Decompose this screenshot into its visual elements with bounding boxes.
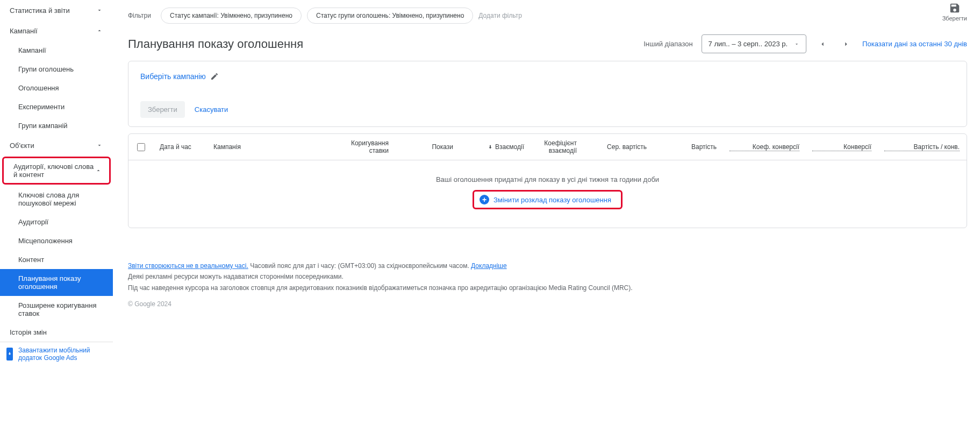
select-campaign[interactable]: Виберіть кампанію (140, 72, 955, 81)
change-schedule-link[interactable]: Змінити розклад показу оголошення (493, 196, 611, 204)
prev-range[interactable] (815, 37, 830, 52)
col-conv-rate[interactable]: Коеф. конверсії (723, 138, 806, 157)
chevron-up-icon (95, 26, 104, 36)
cancel-button[interactable]: Скасувати (195, 105, 228, 114)
footer-line2: Деякі рекламні ресурси можуть надаватися… (128, 271, 967, 282)
save-button: Зберегти (140, 101, 185, 118)
filter-chip-campaign-status[interactable]: Статус кампанії: Увімкнено, призупинено (161, 8, 302, 24)
col-cost-per-conv[interactable]: Вартість / конв. (878, 138, 966, 157)
filters-row: Фільтри Статус кампанії: Увімкнено, приз… (128, 0, 967, 34)
footer-line3: Під час наведення курсора на заголовок с… (128, 282, 967, 293)
footer: Звіти створюються не в реальному часі. Ч… (128, 260, 967, 310)
date-range-picker[interactable]: 7 лип.. – 3 серп.. 2023 р. (702, 34, 806, 53)
sidebar-sub-content[interactable]: Контент (0, 250, 113, 269)
col-avg-cost[interactable]: Сер. вартість (583, 138, 653, 156)
chevron-down-icon (95, 5, 104, 15)
realtime-note-link[interactable]: Звіти створюються не в реальному часі. (128, 262, 248, 270)
sidebar-item-stats[interactable]: Статистика й звіти (0, 0, 113, 20)
page-title: Планування показу оголошення (128, 37, 303, 51)
sidebar-label: Аудиторії, ключові слова й контент (13, 162, 94, 179)
sidebar-sub-audiences[interactable]: Аудиторії (0, 213, 113, 231)
sidebar-item-audiences-kw-highlight: Аудиторії, ключові слова й контент (2, 157, 111, 185)
sidebar-label: Статистика й звіти (10, 6, 70, 15)
col-cost[interactable]: Вартість (653, 138, 723, 156)
arrow-down-icon (488, 144, 493, 150)
chevron-down-icon (95, 140, 104, 150)
sidebar-sub-ads[interactable]: Оголошення (0, 79, 113, 97)
sidebar-sub-campaigns[interactable]: Кампанії (0, 41, 113, 60)
sidebar-label: Історія змін (10, 328, 47, 336)
sidebar-sub-search-kw[interactable]: Ключові слова для пошукової мережі (0, 186, 113, 213)
main-content: Фільтри Статус кампанії: Увімкнено, приз… (113, 0, 980, 431)
sidebar-item-audiences-kw[interactable]: Аудиторії, ключові слова й контент (13, 162, 103, 179)
filter-chip-adgroup-status[interactable]: Статус групи оголошень: Увімкнено, призу… (307, 8, 473, 24)
col-date[interactable]: Дата й час (153, 138, 207, 156)
schedule-grid: Дата й час Кампанія Коригування ставки П… (128, 133, 967, 228)
col-interaction-rate[interactable]: Коефіцієнт взаємодії (524, 134, 583, 160)
select-all-checkbox[interactable] (128, 143, 153, 151)
chevron-up-icon (94, 166, 103, 175)
add-filter[interactable]: Додати фільтр (478, 12, 522, 19)
sidebar-sub-locations[interactable]: Місцеположення (0, 231, 113, 250)
dropdown-icon (794, 41, 799, 47)
copyright: © Google 2024 (128, 299, 967, 309)
sidebar-label: Кампанії (10, 27, 38, 35)
last-30-link[interactable]: Показати дані за останні 30 днів (862, 40, 967, 48)
change-schedule-highlight: Змінити розклад показу оголошення (473, 190, 623, 209)
learn-more-link[interactable]: Докладніше (471, 262, 507, 270)
sidebar-sub-experiments[interactable]: Експерименти (0, 97, 113, 116)
sidebar-item-history[interactable]: Історія змін (0, 323, 113, 342)
save-button-top[interactable]: Зберегти (942, 2, 967, 22)
download-icon (6, 348, 13, 361)
grid-body: Ваші оголошення придатні для показу в ус… (128, 160, 967, 228)
download-app[interactable]: Завантажити мобільний додаток Google Ads (0, 342, 113, 366)
col-bid-adj[interactable]: Коригування ставки (331, 134, 395, 160)
empty-message: Ваші оголошення придатні для показу в ус… (139, 175, 956, 183)
sidebar-label: Об'єкти (10, 142, 34, 150)
sidebar-item-campaigns[interactable]: Кампанії (0, 20, 113, 41)
col-conversions[interactable]: Конверсії (806, 138, 878, 157)
grid-header: Дата й час Кампанія Коригування ставки П… (128, 134, 967, 160)
page-header: Планування показу оголошення Інший діапа… (128, 34, 967, 53)
sidebar-sub-schedule[interactable]: Планування показу оголошення (0, 269, 113, 296)
sidebar-sub-adgroups[interactable]: Групи оголошень (0, 60, 113, 79)
date-controls: Інший діапазон 7 лип.. – 3 серп.. 2023 р… (643, 34, 967, 53)
col-impressions[interactable]: Покази (395, 138, 460, 156)
campaign-select-panel: Виберіть кампанію Зберегти Скасувати (128, 61, 967, 127)
filters-label: Фільтри (128, 12, 151, 19)
col-campaign[interactable]: Кампанія (207, 138, 331, 156)
sidebar-sub-bid-adj[interactable]: Розширене коригування ставок (0, 296, 113, 323)
col-interactions[interactable]: Взаємодії (460, 143, 524, 151)
sidebar-sub-campaign-groups[interactable]: Групи кампаній (0, 116, 113, 135)
save-icon (949, 2, 961, 14)
plus-icon (480, 195, 489, 204)
sidebar-item-objects[interactable]: Об'єкти (0, 135, 113, 156)
pencil-icon (210, 72, 219, 81)
sidebar: Статистика й звіти Кампанії Кампанії Гру… (0, 0, 113, 431)
next-range[interactable] (839, 37, 854, 52)
range-type-label: Інший діапазон (643, 40, 692, 48)
